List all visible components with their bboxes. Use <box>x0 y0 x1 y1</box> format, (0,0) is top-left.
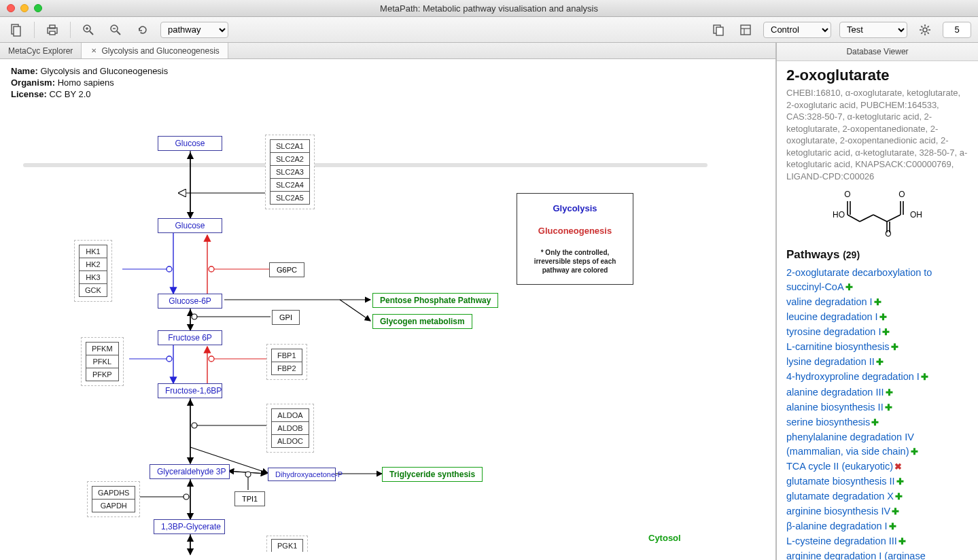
enzyme-fbp2[interactable]: FBP2 <box>271 362 302 375</box>
node-13bpg[interactable]: 1,3BP-Glycerate <box>154 519 225 534</box>
remove-icon[interactable]: ✖ <box>894 461 902 472</box>
pathway-link[interactable]: 2-oxoglutarate decarboxylation to succin… <box>786 267 932 292</box>
pathway-link[interactable]: arginine biosynthesis IV <box>786 506 890 517</box>
add-icon[interactable]: ✚ <box>871 417 879 427</box>
enzyme-pfkp[interactable]: PFKP <box>86 368 119 381</box>
add-icon[interactable]: ✚ <box>891 342 898 352</box>
number-input[interactable] <box>943 22 971 38</box>
new-document-icon[interactable] <box>7 20 26 39</box>
pathway-link[interactable]: phenylalanine degradation IV (mammalian,… <box>786 432 914 457</box>
zoom-window-button[interactable] <box>34 4 42 12</box>
node-dhap[interactable]: Dihydroxyacetone-P <box>268 468 336 481</box>
add-icon[interactable]: ✚ <box>895 491 903 502</box>
enzyme-group-gapdh[interactable]: GAPDHS GAPDH <box>87 481 140 517</box>
test-selector[interactable]: Test <box>839 22 907 38</box>
link-triglyceride[interactable]: Triglyceride synthesis <box>382 467 483 482</box>
add-icon[interactable]: ✚ <box>892 506 899 517</box>
pathway-link[interactable]: glutamate degradation X <box>786 491 894 502</box>
copy-icon[interactable] <box>709 20 728 39</box>
add-icon[interactable]: ✚ <box>876 357 884 367</box>
node-glucose-ext[interactable]: Glucose <box>158 136 222 151</box>
enzyme-pfkm[interactable]: PFKM <box>86 342 119 355</box>
enzyme-hk2[interactable]: HK2 <box>79 258 107 271</box>
sidebar-body[interactable]: 2-oxoglutarate CHEBI:16810, α-oxoglutara… <box>777 61 978 560</box>
add-icon[interactable]: ✚ <box>882 327 890 337</box>
pathway-link[interactable]: alanine degradation III <box>786 387 884 398</box>
node-f6p[interactable]: Fructose 6P <box>158 330 222 345</box>
node-f16bp[interactable]: Fructose-1,6BP <box>158 383 222 398</box>
add-icon[interactable]: ✚ <box>921 372 928 382</box>
close-window-button[interactable] <box>7 4 15 12</box>
settings-gear-icon[interactable] <box>915 20 935 39</box>
tab-label: Glycolysis and Gluconeogenesis <box>101 46 219 56</box>
enzyme-gapdhs[interactable]: GAPDHS <box>92 486 135 500</box>
enzyme-group-hk[interactable]: HK1 HK2 HK3 GCK <box>74 240 112 302</box>
add-icon[interactable]: ✚ <box>845 282 853 292</box>
enzyme-slc2a2[interactable]: SLC2A2 <box>270 152 310 166</box>
enzyme-gck[interactable]: GCK <box>79 283 107 297</box>
enzyme-gpi[interactable]: GPI <box>272 310 300 325</box>
layout-icon[interactable] <box>736 20 755 39</box>
enzyme-slc2a4[interactable]: SLC2A4 <box>270 178 310 192</box>
pathway-link[interactable]: L-cysteine degradation III <box>786 536 897 546</box>
pathway-link[interactable]: glutamate biosynthesis II <box>786 476 895 487</box>
pathway-link[interactable]: alanine biosynthesis II <box>786 402 884 413</box>
enzyme-aldob[interactable]: ALDOB <box>271 421 309 435</box>
enzyme-pfkl[interactable]: PFKL <box>86 355 119 368</box>
pathway-link[interactable]: lysine degradation II <box>786 356 875 367</box>
enzyme-g6pc[interactable]: G6PC <box>269 262 304 277</box>
add-icon[interactable]: ✚ <box>911 447 918 457</box>
pathway-link[interactable]: arginine degradation I (arginase pathway… <box>786 550 926 560</box>
tab-metacyc-explorer[interactable]: MetaCyc Explorer <box>0 43 82 58</box>
enzyme-gapdh[interactable]: GAPDH <box>92 499 135 512</box>
enzyme-fbp1[interactable]: FBP1 <box>271 349 302 362</box>
pathway-link[interactable]: L-carnitine biosynthesis <box>786 341 890 352</box>
close-tab-icon[interactable]: ✕ <box>90 47 98 55</box>
link-glycogen[interactable]: Glycogen metabolism <box>372 314 472 329</box>
enzyme-group-pgk[interactable]: PGK1 <box>266 536 308 552</box>
pathway-link[interactable]: serine biosynthesis <box>786 417 870 427</box>
pathway-link[interactable]: β-alanine degradation I <box>786 521 888 531</box>
zoom-out-icon[interactable] <box>106 20 125 39</box>
link-ppp[interactable]: Pentose Phosphate Pathway <box>372 293 498 308</box>
add-icon[interactable]: ✚ <box>886 387 893 398</box>
enzyme-aldoc[interactable]: ALDOC <box>271 434 309 448</box>
pathway-link[interactable]: tyrosine degradation I <box>786 326 881 337</box>
enzyme-slc2a5[interactable]: SLC2A5 <box>270 191 310 205</box>
pathway-link[interactable]: valine degradation I <box>786 296 873 307</box>
enzyme-slc2a1[interactable]: SLC2A1 <box>270 139 310 153</box>
tab-glycolysis[interactable]: ✕ Glycolysis and Gluconeogenesis <box>82 43 228 58</box>
pathway-selector[interactable]: pathway <box>160 22 228 38</box>
print-icon[interactable] <box>43 20 62 39</box>
node-glucose-int[interactable]: Glucose <box>158 218 222 233</box>
enzyme-group-slc[interactable]: SLC2A1 SLC2A2 SLC2A3 SLC2A4 SLC2A5 <box>265 135 315 209</box>
enzyme-group-fbp[interactable]: FBP1 FBP2 <box>266 344 307 380</box>
enzyme-pgk1[interactable]: PGK1 <box>271 539 303 552</box>
node-g6p[interactable]: Glucose-6P <box>158 294 222 309</box>
control-selector[interactable]: Control <box>763 22 831 38</box>
enzyme-hk1[interactable]: HK1 <box>79 245 107 258</box>
enzyme-aldoa[interactable]: ALDOA <box>271 408 309 422</box>
node-gap[interactable]: Glyceraldehyde 3P <box>150 464 230 479</box>
minimize-window-button[interactable] <box>20 4 29 12</box>
add-icon[interactable]: ✚ <box>898 536 906 546</box>
enzyme-slc2a3[interactable]: SLC2A3 <box>270 165 310 179</box>
svg-point-17 <box>923 28 927 32</box>
add-icon[interactable]: ✚ <box>874 297 881 307</box>
add-icon[interactable]: ✚ <box>885 402 892 413</box>
pathway-link[interactable]: 4-hydroxyproline degradation I <box>786 371 920 382</box>
enzyme-group-aldo[interactable]: ALDOA ALDOB ALDOC <box>266 404 314 453</box>
pathway-link[interactable]: TCA cycle II (eukaryotic) <box>786 461 893 472</box>
zoom-in-icon[interactable] <box>79 20 98 39</box>
list-item: glutamate degradation X✚ <box>786 489 968 504</box>
enzyme-group-pfk[interactable]: PFKM PFKL PFKP <box>81 337 124 386</box>
add-icon[interactable]: ✚ <box>879 312 887 322</box>
refresh-icon[interactable] <box>133 20 152 39</box>
enzyme-tpi1[interactable]: TPI1 <box>234 491 265 506</box>
enzyme-hk3[interactable]: HK3 <box>79 270 107 284</box>
svg-line-10 <box>117 31 120 35</box>
add-icon[interactable]: ✚ <box>889 521 896 531</box>
pathway-link[interactable]: leucine degradation I <box>786 311 878 322</box>
add-icon[interactable]: ✚ <box>896 476 904 487</box>
pathway-canvas[interactable]: Glucose Glucose Glucose-6P Fructose 6P F… <box>0 106 775 560</box>
